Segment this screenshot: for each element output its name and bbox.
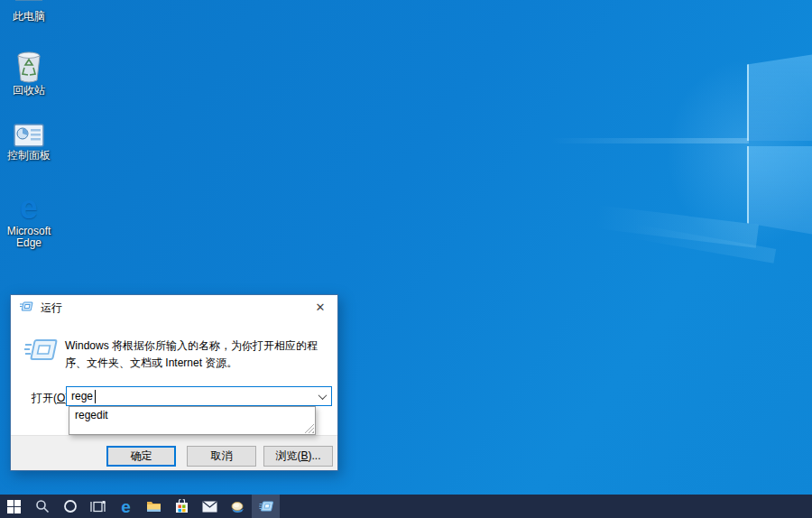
browse-button[interactable]: 浏览(B)...	[263, 446, 333, 467]
run-dialog: 运行 ✕ Windows 将根据你所输入的名称，为你打开相应的程序、文件夹、文档…	[10, 294, 338, 471]
desktop-icon-recycle-bin[interactable]: 回收站	[0, 51, 58, 97]
app-icon[interactable]	[224, 495, 252, 518]
desktop-icon-control-panel[interactable]: 控制面板	[0, 121, 58, 162]
edge-taskbar-icon[interactable]: e	[112, 495, 140, 518]
search-icon[interactable]	[28, 495, 56, 518]
run-dialog-description: Windows 将根据你所输入的名称，为你打开相应的程序、文件夹、文档或 Int…	[65, 338, 337, 372]
task-view-icon[interactable]	[84, 495, 112, 518]
cancel-button[interactable]: 取消	[187, 446, 256, 467]
autocomplete-suggestion[interactable]: regedit	[69, 407, 315, 423]
dialog-button-strip: 确定 取消 浏览(B)...	[11, 435, 337, 470]
open-input[interactable]	[67, 387, 313, 405]
microsoft-edge-icon: e	[20, 190, 38, 224]
mail-icon[interactable]	[196, 495, 224, 518]
autocomplete-dropdown: regedit	[69, 406, 316, 435]
control-panel-icon	[13, 121, 45, 148]
desktop-icon-label: 回收站	[13, 85, 45, 97]
desktop-icon-microsoft-edge[interactable]: e Microsoft Edge	[0, 190, 58, 249]
windows-logo-bottom-pane	[747, 146, 812, 235]
ok-button[interactable]: 确定	[106, 446, 176, 467]
run-icon	[20, 301, 33, 315]
combobox-dropdown-button[interactable]	[313, 387, 331, 405]
file-explorer-icon[interactable]	[140, 495, 168, 518]
windows-logo-top-pane	[747, 54, 812, 141]
taskbar: e	[0, 495, 812, 518]
resize-grip[interactable]	[304, 423, 314, 433]
this-pc-icon	[13, 0, 45, 9]
run-icon-large	[23, 335, 60, 368]
cortana-icon[interactable]	[56, 495, 84, 518]
recycle-bin-icon	[14, 51, 43, 83]
desktop-icon-label: 控制面板	[7, 150, 51, 162]
start-button[interactable]	[0, 495, 28, 518]
close-icon[interactable]: ✕	[305, 295, 336, 319]
desktop-icon-label: Microsoft Edge	[1, 226, 57, 249]
desktop-icon-this-pc[interactable]: 此电脑	[0, 0, 58, 23]
desktop: 此电脑 回收站 控制面板	[0, 0, 812, 518]
store-icon[interactable]	[168, 495, 196, 518]
taskbar-run-dialog-button[interactable]	[252, 495, 280, 518]
run-dialog-title: 运行	[41, 301, 62, 316]
wallpaper-light-streak	[550, 138, 749, 143]
desktop-icon-label: 此电脑	[13, 11, 45, 23]
text-caret	[95, 390, 96, 403]
run-dialog-titlebar[interactable]: 运行 ✕	[11, 295, 337, 320]
open-combobox	[66, 386, 332, 406]
chevron-down-icon	[318, 391, 327, 400]
